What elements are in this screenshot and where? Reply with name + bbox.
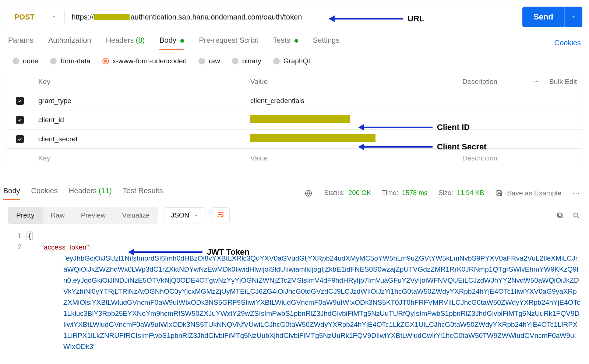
chevron-down-icon bbox=[571, 14, 576, 20]
more-options-button[interactable]: ⋯ bbox=[572, 189, 581, 198]
kv-desc-placeholder[interactable]: Description bbox=[457, 150, 582, 167]
col-value: Value bbox=[245, 73, 457, 90]
method-select[interactable]: POST bbox=[7, 10, 65, 24]
row-enabled-checkbox[interactable] bbox=[16, 116, 24, 124]
tab-body-label: Body bbox=[159, 36, 176, 44]
kv-value[interactable] bbox=[245, 130, 457, 148]
url-prefix: https:// bbox=[71, 13, 94, 21]
column-menu-button[interactable]: ⋯ bbox=[533, 78, 541, 85]
bodytype-raw[interactable]: raw bbox=[198, 57, 220, 65]
radio-circle-icon bbox=[13, 58, 19, 64]
redacted-value bbox=[250, 134, 375, 142]
url-suffix: authentication.sap.hana.ondemand.com/oau… bbox=[130, 13, 302, 21]
svg-point-4 bbox=[574, 213, 578, 217]
tab-headers-label: Headers bbox=[106, 36, 134, 44]
line-gutter: 1 2 bbox=[8, 230, 27, 352]
send-dropdown[interactable] bbox=[564, 7, 582, 27]
tab-settings[interactable]: Settings bbox=[313, 36, 339, 50]
bodytype-graphql[interactable]: GraphQL bbox=[273, 57, 312, 65]
svg-rect-1 bbox=[498, 193, 500, 195]
table-row-placeholder: Key Value Description bbox=[7, 149, 582, 168]
response-time: Time: 1578 ms bbox=[382, 189, 427, 197]
tab-params[interactable]: Params bbox=[8, 36, 33, 50]
save-as-example-button[interactable]: Save as Example bbox=[495, 189, 561, 197]
view-pretty[interactable]: Pretty bbox=[8, 207, 43, 224]
radio-circle-icon bbox=[232, 58, 239, 64]
url-redacted-segment bbox=[94, 14, 130, 20]
view-raw[interactable]: Raw bbox=[43, 207, 73, 224]
kv-key[interactable]: grant_type bbox=[33, 92, 245, 109]
kv-desc[interactable] bbox=[457, 116, 582, 124]
json-value-access-token: "eyJhbGciOiJSUzI1NiIsImprdSI6Imh0dHBzOi8… bbox=[41, 253, 581, 352]
tab-headers-count: (8) bbox=[136, 36, 145, 44]
bodytype-binary-label: binary bbox=[242, 57, 261, 65]
bodytype-xwww-label: x-www-form-urlencoded bbox=[113, 57, 187, 65]
resp-tab-headers-count: (11) bbox=[99, 187, 112, 195]
col-description: Description bbox=[462, 78, 497, 86]
send-button[interactable]: Send bbox=[522, 7, 564, 27]
chevron-down-icon bbox=[193, 212, 199, 218]
redacted-value bbox=[250, 115, 350, 123]
radio-circle-icon bbox=[273, 58, 280, 64]
response-body[interactable]: 1 2 { "access_token": "eyJhbGciOiJSUzI1N… bbox=[0, 224, 589, 352]
table-row: grant_type client_credentials bbox=[7, 91, 582, 110]
tab-authorization[interactable]: Authorization bbox=[48, 36, 91, 50]
modified-dot-icon bbox=[180, 39, 184, 43]
svg-rect-2 bbox=[558, 214, 562, 218]
resp-tab-results[interactable]: Test Results bbox=[123, 187, 163, 199]
send-button-group: Send bbox=[522, 7, 582, 27]
bodytype-binary[interactable]: binary bbox=[232, 57, 261, 65]
tab-tests-label: Tests bbox=[273, 36, 290, 44]
response-size: Size: 11.94 KB bbox=[438, 189, 484, 197]
kv-desc[interactable] bbox=[457, 135, 582, 144]
row-enabled-checkbox[interactable] bbox=[16, 97, 24, 105]
json-key-access-token: "access_token" bbox=[41, 243, 89, 251]
resp-tab-headers[interactable]: Headers (11) bbox=[69, 187, 112, 199]
cookies-link[interactable]: Cookies bbox=[554, 39, 581, 47]
modified-dot-icon bbox=[294, 39, 298, 43]
resp-tab-headers-label: Headers bbox=[69, 187, 97, 195]
row-enabled-checkbox[interactable] bbox=[16, 135, 24, 143]
url-bar: POST https://authentication.sap.hana.ond… bbox=[7, 7, 517, 27]
table-row: client_secret bbox=[7, 130, 582, 149]
view-mode-segment: Pretty Raw Preview Visualize bbox=[8, 207, 158, 224]
bodytype-formdata-label: form-data bbox=[60, 57, 90, 65]
format-label: JSON bbox=[171, 211, 190, 219]
view-visualize[interactable]: Visualize bbox=[114, 207, 158, 224]
tab-tests[interactable]: Tests bbox=[273, 36, 298, 50]
resp-tab-body[interactable]: Body bbox=[3, 187, 20, 199]
bodytype-raw-label: raw bbox=[209, 57, 220, 65]
copy-response-button[interactable] bbox=[555, 211, 565, 220]
kv-value-placeholder[interactable]: Value bbox=[245, 150, 457, 167]
kv-key[interactable]: client_secret bbox=[33, 131, 245, 148]
bodytype-formdata[interactable]: form-data bbox=[50, 57, 90, 65]
kv-desc[interactable] bbox=[457, 96, 582, 105]
wrap-lines-button[interactable] bbox=[212, 207, 230, 223]
radio-circle-icon bbox=[198, 58, 205, 64]
view-preview[interactable]: Preview bbox=[73, 207, 114, 224]
chevron-down-icon bbox=[51, 14, 57, 20]
bodytype-xwww[interactable]: x-www-form-urlencoded bbox=[102, 57, 187, 65]
radio-circle-icon bbox=[102, 58, 109, 64]
tab-headers[interactable]: Headers (8) bbox=[106, 36, 145, 50]
bodytype-graphql-label: GraphQL bbox=[283, 57, 312, 65]
search-response-button[interactable] bbox=[571, 211, 581, 220]
format-select[interactable]: JSON bbox=[165, 207, 205, 223]
kv-key[interactable]: client_id bbox=[33, 112, 245, 128]
body-kv-table: Key Value Description ⋯ Bulk Edit grant_… bbox=[7, 72, 582, 168]
kv-value[interactable] bbox=[245, 110, 457, 129]
tab-body[interactable]: Body bbox=[159, 36, 184, 50]
resp-tab-cookies[interactable]: Cookies bbox=[31, 187, 58, 199]
kv-key-placeholder[interactable]: Key bbox=[33, 150, 245, 167]
response-status: Status: 200 OK bbox=[324, 189, 371, 197]
tab-prerequest[interactable]: Pre-request Script bbox=[199, 36, 258, 50]
kv-value[interactable]: client_credentials bbox=[245, 92, 457, 109]
network-info-icon[interactable] bbox=[304, 188, 313, 198]
svg-rect-3 bbox=[558, 213, 561, 217]
bulk-edit-link[interactable]: Bulk Edit bbox=[549, 78, 577, 85]
url-input[interactable]: https://authentication.sap.hana.ondemand… bbox=[65, 13, 517, 21]
bodytype-none[interactable]: none bbox=[13, 57, 38, 65]
radio-circle-icon bbox=[50, 58, 57, 64]
bodytype-none-label: none bbox=[23, 57, 38, 65]
table-row: client_id bbox=[7, 110, 582, 130]
